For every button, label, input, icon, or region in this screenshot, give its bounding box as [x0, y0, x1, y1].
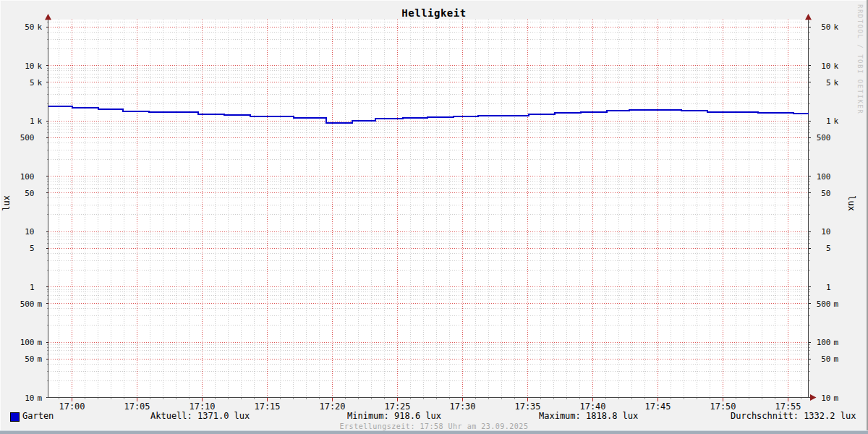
y-tick-unit-right: m: [834, 299, 839, 309]
y-tick-label-left: 10: [25, 61, 34, 71]
x-tick-label: 17:45: [644, 401, 671, 412]
y-tick-unit-right: k: [834, 61, 839, 71]
y-tick-label-left: 10: [25, 393, 34, 403]
y-tick-label-left: 5: [30, 78, 35, 88]
y-tick-label-right: 1: [826, 283, 831, 292]
x-axis-arrow: [810, 394, 817, 401]
y-tick-label-right: 50: [821, 354, 830, 364]
y-tick-label-right: 100: [817, 172, 831, 182]
creation-timestamp: Erstellungszeit: 17:58 Uhr am 23.09.2025: [0, 422, 868, 430]
y-tick-label-right: 100: [817, 338, 831, 347]
y-axis-unit-label-left: lux: [1, 195, 12, 211]
chart-canvas: 17:0017:0517:1017:1517:2017:2517:3017:35…: [0, 0, 868, 434]
y-tick-label-right: 500: [817, 299, 831, 309]
y-tick-label-left: 50: [25, 22, 34, 32]
y-tick-unit-left: k: [38, 116, 43, 126]
y-axis-arrow-right: [805, 14, 812, 20]
x-tick-label: 17:30: [449, 401, 475, 412]
y-tick-unit-left: m: [38, 354, 43, 364]
x-tick-label: 17:15: [254, 401, 280, 412]
y-axis-unit-label-right: lux: [846, 195, 856, 211]
y-tick-unit-left: k: [38, 22, 43, 32]
y-tick-unit-right: k: [834, 78, 839, 88]
y-tick-label-left: 100: [20, 172, 35, 182]
x-tick-label: 17:35: [514, 401, 540, 412]
x-tick-label: 17:25: [384, 401, 410, 412]
y-tick-unit-right: k: [834, 22, 839, 32]
y-tick-label-right: 10: [821, 61, 830, 71]
legend-row: Garten Aktuell: 1371.0 lux Minimum: 918.…: [0, 411, 868, 421]
y-tick-unit-right: k: [834, 116, 839, 126]
graph-frame: Helligkeit 17:0017:0517:1017:1517:2017:2…: [0, 0, 868, 434]
y-tick-label-right: 1: [826, 116, 831, 126]
y-tick-unit-left: m: [38, 393, 43, 403]
x-tick-label: 17:20: [319, 401, 345, 412]
y-tick-label-left: 10: [25, 227, 34, 237]
stat-durchschnitt: Durchschnitt: 1332.2 lux: [731, 411, 856, 421]
y-tick-label-right: 5: [826, 78, 831, 88]
y-tick-label-left: 100: [20, 338, 35, 347]
y-tick-unit-right: m: [834, 354, 839, 364]
x-tick-label: 17:55: [775, 401, 801, 412]
stat-aktuell: Aktuell: 1371.0 lux: [150, 411, 250, 421]
legend-series-name: Garten: [22, 411, 54, 421]
y-tick-label-left: 50: [25, 354, 34, 364]
y-tick-label-left: 5: [30, 244, 35, 253]
y-tick-label-left: 50: [25, 189, 34, 198]
y-tick-unit-left: m: [38, 338, 43, 347]
legend-color-swatch: [10, 412, 20, 422]
y-tick-unit-right: m: [834, 338, 839, 347]
y-tick-label-left: 1: [30, 283, 35, 292]
y-tick-label-left: 500: [20, 133, 35, 142]
y-tick-label-left: 500: [20, 299, 35, 309]
x-tick-label: 17:40: [579, 401, 605, 412]
y-axis-arrow-left: [45, 14, 51, 20]
y-tick-label-right: 10: [821, 393, 830, 403]
y-tick-unit-left: k: [38, 61, 43, 71]
x-tick-label: 17:10: [189, 401, 215, 412]
x-tick-label: 17:00: [59, 401, 85, 412]
y-tick-unit-left: k: [38, 78, 43, 88]
x-tick-label: 17:50: [710, 401, 736, 412]
y-tick-unit-right: m: [834, 393, 839, 403]
y-tick-label-right: 500: [817, 133, 831, 142]
y-tick-unit-left: m: [38, 299, 43, 309]
y-tick-label-right: 5: [826, 244, 831, 253]
stat-maximum: Maximum: 1818.8 lux: [539, 411, 638, 421]
y-tick-label-right: 50: [821, 22, 830, 32]
y-tick-label-right: 50: [821, 189, 830, 198]
rrdtool-watermark: RRDTOOL / TOBI OETIKER: [856, 4, 864, 221]
y-tick-label-left: 1: [30, 116, 35, 126]
x-tick-label: 17:05: [124, 401, 150, 412]
plot-canvas: [48, 20, 808, 398]
stat-minimum: Minimum: 918.6 lux: [347, 411, 441, 421]
y-tick-label-right: 10: [821, 227, 830, 237]
